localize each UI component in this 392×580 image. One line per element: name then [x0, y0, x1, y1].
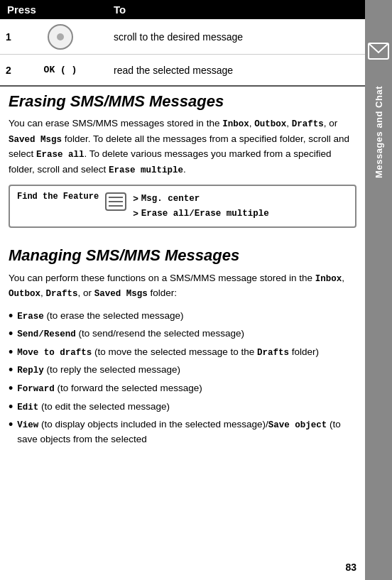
outbox-term: Outbox [254, 119, 286, 129]
list-item: • Forward (to forward the selected messa… [9, 381, 356, 397]
drafts-term: Drafts [292, 119, 324, 129]
row-press-cell-1 [14, 24, 107, 50]
m-comma-3: , or [78, 288, 94, 298]
sidebar-label: Messages and Chat [374, 86, 384, 178]
find-feature-step-2: > Erase all/Erase multiple [133, 207, 269, 221]
bullet-dot: • [9, 400, 13, 415]
find-feature-label: Find the Feature [17, 192, 99, 202]
list-item-content: Reply (to reply the selected message) [17, 363, 180, 378]
feature-bullet-list: • Erase (to erase the selected message) … [9, 309, 356, 447]
save-object-term: Save object [268, 420, 327, 430]
list-item: • Reply (to reply the selected message) [9, 363, 356, 378]
row-number-2: 2 [0, 65, 14, 76]
ok-button-text: OK ( ) [44, 65, 77, 75]
row-to-cell-1: scroll to the desired message [107, 26, 365, 48]
managing-section: Managing SMS/MMS Messages You can perfor… [0, 241, 365, 456]
m-comma-2: , [40, 288, 46, 298]
forward-term: Forward [17, 384, 55, 394]
bullet-dot: • [9, 381, 13, 397]
row-number-1: 1 [0, 31, 14, 43]
find-feature-box: Find the Feature > Msg. center [9, 185, 356, 229]
table-row: 2 OK ( ) read the selected message [0, 55, 365, 87]
list-item-content: View (to display objects included in the… [17, 417, 356, 447]
step1-text: Msg. center [141, 192, 200, 206]
list-item: • Send/Resend (to send/resend the select… [9, 327, 356, 342]
arrow-1: > [133, 192, 138, 207]
managing-section-body: You can perform these functions on a SMS… [9, 271, 356, 302]
reply-term: Reply [17, 366, 44, 376]
list-item-content: Erase (to erase the selected message) [17, 309, 183, 324]
erase-term: Erase [17, 312, 44, 322]
view-term: View [17, 420, 38, 430]
list-item: • Erase (to erase the selected message) [9, 309, 356, 324]
m-inbox: Inbox [315, 274, 342, 284]
list-item-content: Send/Resend (to send/resend the selected… [17, 327, 244, 341]
inbox-term: Inbox [222, 119, 249, 129]
press-header-cell: Press [0, 0, 107, 19]
scroll-icon-inner [57, 33, 64, 40]
find-feature-steps: > Msg. center > Erase all/Erase multiple [133, 192, 269, 221]
page-number: 83 [345, 562, 356, 573]
list-item: • Move to drafts (to move the selected m… [9, 345, 356, 361]
page-wrapper: Press To 1 scroll to the desired message… [0, 0, 392, 580]
move-to-drafts-term: Move to drafts [17, 348, 92, 358]
list-item: • View (to display objects included in t… [9, 417, 356, 447]
drafts-term-2: Drafts [257, 348, 289, 358]
table-row: 1 scroll to the desired message [0, 19, 365, 55]
erasing-body-text-1: You can erase SMS/MMS messages stored in… [9, 118, 222, 128]
managing-section-title: Managing SMS/MMS Messages [9, 246, 356, 265]
erase-all-term: Erase all [36, 150, 85, 160]
list-item: • Edit (to edit the selected message) [9, 400, 356, 415]
m-drafts: Drafts [46, 289, 78, 299]
table-header: Press To [0, 0, 365, 19]
scroll-icon [48, 24, 73, 50]
step2-text: Erase all/Erase multiple [141, 207, 269, 221]
comma-2: , [286, 118, 292, 128]
m-outbox: Outbox [9, 289, 40, 299]
m-comma-1: , [342, 273, 344, 283]
erasing-section-title: Erasing SMS/MMS Messages [9, 92, 356, 111]
m-saved-msgs: Saved Msgs [94, 289, 148, 299]
main-content: Press To 1 scroll to the desired message… [0, 0, 365, 580]
edit-term: Edit [17, 403, 38, 412]
find-feature-step-1: > Msg. center [133, 192, 269, 207]
right-sidebar: Messages and Chat [365, 0, 392, 580]
erasing-section-body: You can erase SMS/MMS messages stored in… [9, 116, 356, 177]
bullet-dot: • [9, 417, 13, 433]
managing-body-text-1: You can perform these functions on a SMS… [9, 273, 315, 283]
bullet-dot: • [9, 363, 13, 378]
to-header-cell: To [107, 0, 365, 19]
list-item-content: Move to drafts (to move the selected mes… [17, 345, 319, 360]
row-press-cell-2: OK ( ) [14, 65, 107, 75]
list-item-content: Forward (to forward the selected message… [17, 381, 202, 396]
saved-msgs-term: Saved Msgs [9, 135, 62, 145]
arrow-2: > [133, 207, 138, 221]
bullet-dot: • [9, 327, 13, 342]
comma-3: , or [324, 118, 338, 128]
erase-multiple-term: Erase multiple [109, 165, 183, 175]
erasing-body-text-4: . [183, 164, 186, 175]
list-item-content: Edit (to edit the selected message) [17, 400, 170, 415]
row-to-cell-2: read the selected message [107, 59, 365, 82]
erasing-section: Erasing SMS/MMS Messages You can erase S… [0, 87, 365, 241]
menu-icon [104, 192, 127, 212]
bullet-dot: • [9, 345, 13, 361]
bullet-dot: • [9, 309, 13, 324]
managing-body-text-2: folder: [148, 288, 177, 298]
send-resend-term: Send/Resend [17, 329, 76, 339]
message-icon [368, 43, 389, 65]
